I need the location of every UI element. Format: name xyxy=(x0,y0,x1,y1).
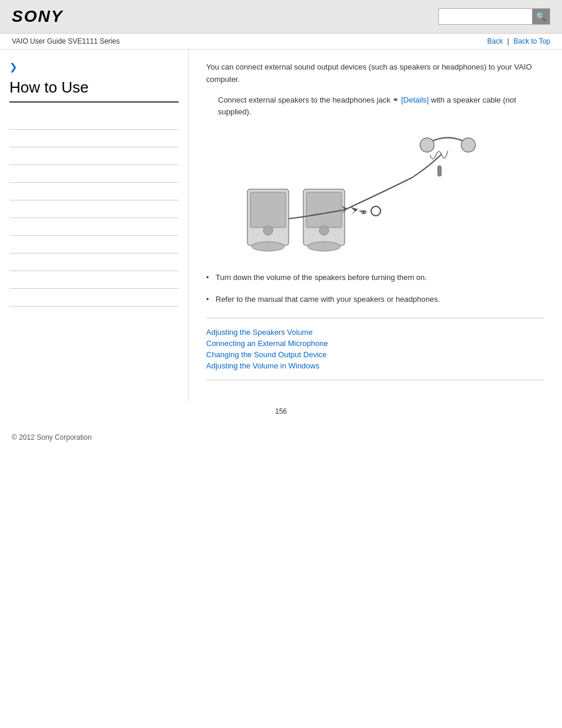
nav-separator: | xyxy=(507,37,509,45)
main-container: ❯ How to Use You can connect external so… xyxy=(0,50,562,401)
related-link-sound-output[interactable]: Changing the Sound Output Device xyxy=(206,350,327,359)
sidebar-nav-link[interactable] xyxy=(9,152,11,160)
sidebar-nav-link[interactable] xyxy=(9,241,11,249)
back-link[interactable]: Back xyxy=(487,37,503,45)
speakers-svg: ⚭ xyxy=(212,130,483,260)
list-item xyxy=(9,271,178,289)
list-item xyxy=(9,200,178,218)
svg-point-6 xyxy=(319,226,329,235)
search-input[interactable] xyxy=(438,8,533,25)
sidebar-nav-link[interactable] xyxy=(9,117,11,125)
sidebar: ❯ How to Use xyxy=(0,50,189,401)
list-item xyxy=(9,147,178,165)
svg-marker-11 xyxy=(351,207,358,215)
svg-rect-5 xyxy=(306,192,342,228)
list-item xyxy=(9,253,178,271)
list-item xyxy=(9,165,178,183)
sidebar-nav-link[interactable] xyxy=(9,294,11,302)
list-item: Adjusting the Volume in Windows xyxy=(206,361,544,370)
svg-rect-14 xyxy=(438,166,441,176)
search-box: 🔍 xyxy=(438,8,550,25)
back-to-top-link[interactable]: Back to Top xyxy=(514,37,550,45)
list-item: Turn down the volume of the speakers bef… xyxy=(206,272,544,284)
sidebar-nav-link[interactable] xyxy=(9,205,11,213)
svg-point-9 xyxy=(371,206,381,216)
search-icon: 🔍 xyxy=(536,12,546,21)
list-item: Changing the Sound Output Device xyxy=(206,350,544,359)
sidebar-nav-list xyxy=(9,112,178,307)
related-links: Adjusting the Speakers Volume Connecting… xyxy=(206,328,544,370)
section-divider xyxy=(206,318,544,318)
list-item xyxy=(9,289,178,307)
content-bullets: Turn down the volume of the speakers bef… xyxy=(206,272,544,306)
details-link[interactable]: [Details] xyxy=(401,95,429,104)
related-link-volume-windows[interactable]: Adjusting the Volume in Windows xyxy=(206,361,319,370)
related-link-speakers-volume[interactable]: Adjusting the Speakers Volume xyxy=(206,328,313,337)
chevron-icon[interactable]: ❯ xyxy=(9,61,178,73)
svg-point-3 xyxy=(252,242,285,251)
header: SONY 🔍 xyxy=(0,0,562,34)
svg-point-13 xyxy=(461,138,475,152)
sidebar-nav-link[interactable] xyxy=(9,276,11,284)
list-item xyxy=(9,183,178,200)
footer: © 2012 Sony Corporation xyxy=(0,421,562,447)
svg-rect-1 xyxy=(250,192,286,228)
content-note: Connect external speakers to the headpho… xyxy=(218,94,544,119)
sidebar-nav-link[interactable] xyxy=(9,223,11,231)
sidebar-nav-link[interactable] xyxy=(9,258,11,266)
related-link-external-mic[interactable]: Connecting an External Microphone xyxy=(206,339,328,348)
list-item xyxy=(9,112,178,130)
content-intro: You can connect external sound output de… xyxy=(206,61,544,86)
svg-point-2 xyxy=(263,226,273,235)
sony-logo: SONY xyxy=(12,7,63,26)
svg-point-12 xyxy=(420,138,434,152)
sidebar-nav-link[interactable] xyxy=(9,134,11,143)
sidebar-title: How to Use xyxy=(9,78,178,103)
search-button[interactable]: 🔍 xyxy=(533,8,550,25)
page-number: 156 xyxy=(0,401,562,421)
list-item xyxy=(9,130,178,147)
speaker-illustration: ⚭ xyxy=(206,130,489,260)
list-item xyxy=(9,218,178,236)
copyright-text: © 2012 Sony Corporation xyxy=(12,433,92,442)
sidebar-nav-link[interactable] xyxy=(9,187,11,196)
nav-bar: VAIO User Guide SVE1111 Series Back | Ba… xyxy=(0,34,562,50)
list-item: Refer to the manual that came with your … xyxy=(206,294,544,306)
list-item: Connecting an External Microphone xyxy=(206,339,544,348)
sidebar-nav-link[interactable] xyxy=(9,170,11,178)
nav-links: Back | Back to Top xyxy=(487,37,550,45)
svg-text:⚭: ⚭ xyxy=(359,206,368,218)
guide-title: VAIO User Guide SVE1111 Series xyxy=(12,37,120,45)
list-item: Adjusting the Speakers Volume xyxy=(206,328,544,337)
content-area: You can connect external sound output de… xyxy=(189,50,562,401)
section-divider-bottom xyxy=(206,380,544,380)
svg-point-7 xyxy=(308,242,340,251)
list-item xyxy=(9,236,178,253)
